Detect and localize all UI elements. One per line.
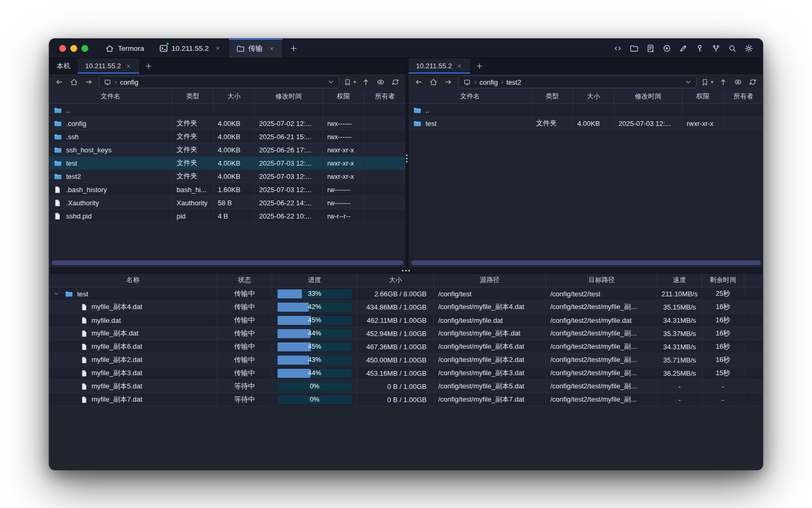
- parent-directory-button[interactable]: [716, 76, 730, 88]
- file-row-selected[interactable]: test 文件夹4.00KB2025-07-03 12:...rwxr-xr-x: [49, 157, 405, 170]
- column-header-mtime[interactable]: 修改时间: [614, 90, 682, 103]
- file-row[interactable]: ssh_host_keys 文件夹4.00KB2025-06-26 17:...…: [49, 143, 405, 157]
- home-button[interactable]: [427, 76, 440, 88]
- transfer-row[interactable]: myfile_副本6.dat 传输中 45% 467.36MB / 1.00GB…: [49, 340, 763, 353]
- file-row[interactable]: ..: [49, 104, 405, 117]
- column-header-name[interactable]: 文件名: [49, 90, 172, 103]
- close-tab-icon[interactable]: [125, 63, 132, 69]
- column-header-name[interactable]: 文件名: [409, 90, 532, 103]
- column-header-size[interactable]: 大小: [214, 90, 255, 103]
- forward-button[interactable]: [82, 76, 96, 88]
- refresh-button[interactable]: [746, 76, 760, 88]
- forward-button[interactable]: [441, 76, 455, 88]
- progress-bar: 42%: [278, 303, 352, 312]
- tab-session[interactable]: 10.211.55.2: [152, 39, 228, 58]
- column-header-eta[interactable]: 剩余时间: [702, 274, 744, 287]
- column-header-owner[interactable]: 所有者: [364, 90, 405, 103]
- column-header-perm[interactable]: 权限: [323, 90, 364, 103]
- new-pane-tab-button[interactable]: [470, 58, 489, 74]
- file-row[interactable]: test 文件夹4.00KB2025-07-03 12:...rwxr-xr-x: [409, 117, 763, 130]
- transfer-row[interactable]: myfile_副本4.dat 传输中 42% 434.86MB / 1.00GB…: [49, 301, 763, 314]
- back-button[interactable]: [52, 76, 66, 88]
- back-button[interactable]: [412, 76, 426, 88]
- minimize-window-button[interactable]: [70, 45, 77, 52]
- column-header-type[interactable]: 类型: [532, 90, 573, 103]
- key-icon[interactable]: [693, 42, 706, 55]
- path-breadcrumb[interactable]: › config: [99, 76, 339, 88]
- horizontal-splitter[interactable]: [49, 268, 763, 274]
- breadcrumb-segment[interactable]: test2: [506, 78, 521, 86]
- column-header-status[interactable]: 状态: [217, 274, 272, 287]
- file-row[interactable]: ..: [409, 104, 763, 117]
- settings-gear-icon[interactable]: [742, 42, 755, 55]
- transfer-row[interactable]: myfile_副本.dat 传输中 44% 452.94MB / 1.00GB …: [49, 327, 763, 340]
- bookmark-button[interactable]: ▼: [343, 78, 358, 86]
- file-icon: [53, 199, 62, 207]
- column-header-perm[interactable]: 权限: [682, 90, 724, 103]
- column-header-source[interactable]: 源路径: [434, 274, 546, 287]
- log-icon[interactable]: [644, 42, 657, 55]
- column-header-progress[interactable]: 进度: [272, 274, 357, 287]
- folder-icon[interactable]: [628, 42, 640, 55]
- column-header-name[interactable]: 名称: [49, 274, 217, 287]
- title-bar: Termora 10.211.55.2 传输: [49, 39, 763, 58]
- tab-local[interactable]: 本机: [49, 58, 78, 74]
- tab-remote-session[interactable]: 10.211.55.2: [409, 58, 470, 74]
- tab-transfer[interactable]: 传输: [228, 39, 283, 58]
- file-row[interactable]: .config 文件夹4.00KB2025-07-02 12:...rwx---…: [49, 117, 405, 130]
- close-tab-icon[interactable]: [215, 45, 221, 51]
- folder-icon: [53, 159, 62, 167]
- transfer-row[interactable]: test 传输中 33% 2.66GB / 8.00GB /config/tes…: [49, 287, 763, 301]
- expand-chevron-icon[interactable]: [53, 291, 61, 297]
- code-icon[interactable]: [611, 42, 624, 55]
- refresh-button[interactable]: [389, 76, 402, 88]
- file-icon: [80, 303, 88, 311]
- column-header-owner[interactable]: 所有者: [724, 90, 763, 103]
- folder-icon: [53, 146, 62, 154]
- record-icon[interactable]: [660, 42, 673, 55]
- close-window-button[interactable]: [59, 45, 66, 52]
- bookmark-button[interactable]: ▼: [700, 78, 715, 86]
- close-tab-icon[interactable]: [269, 46, 275, 52]
- maximize-window-button[interactable]: [81, 45, 88, 52]
- tab-termora-home[interactable]: Termora: [98, 39, 152, 58]
- chevron-down-icon[interactable]: [685, 78, 692, 86]
- column-header-size[interactable]: 大小: [573, 90, 614, 103]
- column-header-type[interactable]: 类型: [172, 90, 214, 103]
- search-icon[interactable]: [726, 42, 739, 55]
- column-header-filler: [744, 274, 763, 287]
- file-icon: [80, 383, 88, 391]
- horizontal-scrollbar[interactable]: [411, 260, 761, 265]
- chevron-down-icon[interactable]: [327, 78, 335, 86]
- parent-directory-button[interactable]: [359, 76, 373, 88]
- close-tab-icon[interactable]: [456, 63, 463, 69]
- branch-icon[interactable]: [709, 42, 722, 55]
- transfer-row[interactable]: myfile_副本5.dat 等待中 0% 0 B / 1.00GB /conf…: [49, 380, 763, 393]
- show-hidden-button[interactable]: [731, 76, 745, 88]
- new-pane-tab-button[interactable]: [139, 58, 158, 74]
- column-header-speed[interactable]: 速度: [658, 274, 702, 287]
- file-row[interactable]: .bash_history bash_hi...1.60KB2025-07-03…: [49, 183, 405, 196]
- transfer-row[interactable]: myfile_副本2.dat 传输中 43% 450.00MB / 1.00GB…: [49, 353, 763, 367]
- new-tab-button[interactable]: [283, 39, 304, 58]
- breadcrumb-segment[interactable]: config: [120, 78, 139, 86]
- splitter-grip-icon: [406, 155, 408, 162]
- path-breadcrumb[interactable]: › config › test2: [458, 76, 697, 88]
- show-hidden-button[interactable]: [374, 76, 387, 88]
- transfer-row[interactable]: myfile.dat 传输中 45% 462.11MB / 1.00GB /co…: [49, 314, 763, 327]
- file-row[interactable]: sshd.pid pid4 B2025-06-22 10:...rw-r--r-…: [49, 210, 405, 223]
- tab-remote-session[interactable]: 10.211.55.2: [78, 58, 139, 74]
- column-header-mtime[interactable]: 修改时间: [255, 90, 323, 103]
- edit-icon[interactable]: [677, 42, 689, 55]
- transfer-header: 名称 状态 进度 大小 源路径 目标路径 速度 剩余时间: [49, 274, 763, 287]
- file-row[interactable]: test2 文件夹4.00KB2025-07-03 12:...rwxr-xr-…: [49, 170, 405, 183]
- column-header-size[interactable]: 大小: [357, 274, 434, 287]
- file-row[interactable]: .ssh 文件夹4.00KB2025-06-21 15:...rwx------: [49, 130, 405, 143]
- transfer-row[interactable]: myfile_副本7.dat 等待中 0% 0 B / 1.00GB /conf…: [49, 393, 763, 406]
- breadcrumb-segment[interactable]: config: [479, 78, 498, 86]
- horizontal-scrollbar[interactable]: [52, 260, 403, 265]
- file-row[interactable]: .Xauthority Xauthority58 B2025-06-22 14:…: [49, 196, 405, 210]
- column-header-target[interactable]: 目标路径: [546, 274, 658, 287]
- transfer-row[interactable]: myfile_副本3.dat 传输中 44% 453.16MB / 1.00GB…: [49, 367, 763, 380]
- home-button[interactable]: [67, 76, 81, 88]
